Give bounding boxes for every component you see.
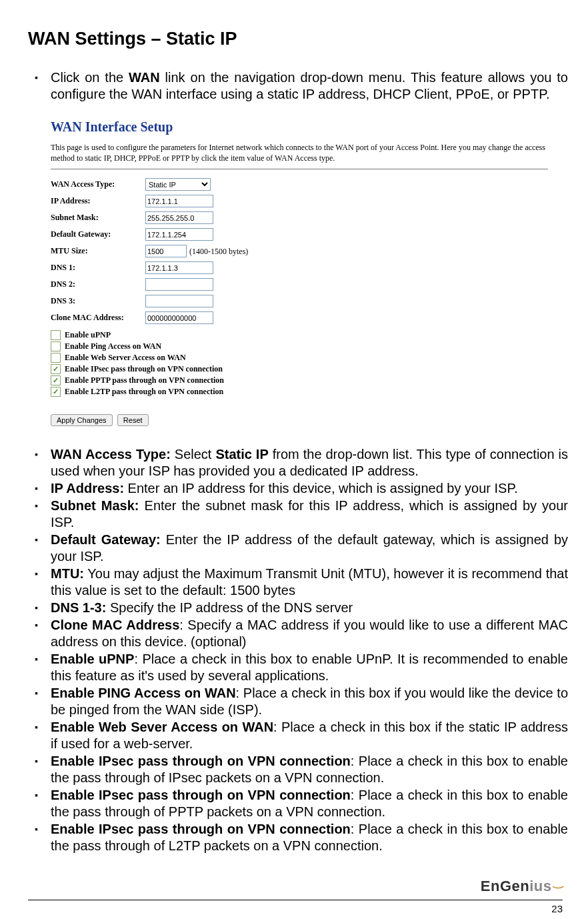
desc-item-pptp: Enable IPsec pass through on VPN connect… — [51, 787, 568, 820]
cbx-pptp-label: Enable PPTP pass through on VPN connecti… — [65, 375, 224, 385]
logo-b: ius — [529, 878, 551, 894]
desc-b: MTU: — [51, 566, 84, 581]
cbx-l2tp[interactable] — [51, 387, 61, 397]
desc-item-ipsec: Enable IPsec pass through on VPN connect… — [51, 753, 568, 786]
scr-title: WAN Interface Setup — [51, 119, 548, 135]
cbx-upnp-row: Enable uPNP — [51, 330, 548, 340]
desc-item-clone: Clone MAC Address: Specify a MAC address… — [51, 617, 568, 650]
desc-b: Enable IPsec pass through on VPN connect… — [51, 754, 351, 768]
desc-item-l2tp: Enable IPsec pass through on VPN connect… — [51, 821, 568, 854]
intro-link: WAN — [129, 70, 160, 85]
cbx-upnp-label: Enable uPNP — [65, 330, 111, 340]
page-title: WAN Settings – Static IP — [28, 28, 568, 51]
desc-b: WAN Access Type: — [51, 447, 171, 462]
desc-b: Enable PING Access on WAN — [51, 686, 236, 700]
desc-t: You may adjust the Maximum Transmit Unit… — [51, 566, 568, 598]
cbx-ping-label: Enable Ping Access on WAN — [65, 341, 161, 351]
cbx-web-label: Enable Web Server Access on WAN — [65, 353, 186, 363]
cbx-ipsec-row: Enable IPsec pass through on VPN connect… — [51, 364, 548, 374]
clone-mac-input[interactable] — [145, 311, 213, 324]
reset-button[interactable]: Reset — [117, 414, 149, 426]
footer-divider — [28, 900, 563, 900]
desc-list: WAN Access Type: Select Static IP from t… — [28, 446, 568, 854]
cbx-upnp[interactable] — [51, 330, 61, 340]
desc-item-mtu: MTU: You may adjust the Maximum Transmit… — [51, 566, 568, 599]
desc-item-upnp: Enable uPNP: Place a check in this box t… — [51, 651, 568, 684]
desc-b: Clone MAC Address — [51, 618, 179, 632]
desc-item-ping: Enable PING Access on WAN: Place a check… — [51, 685, 568, 718]
label-clone: Clone MAC Address: — [51, 309, 145, 326]
cbx-pptp-row: Enable PPTP pass through on VPN connecti… — [51, 375, 548, 385]
button-group: Apply Changes Reset — [51, 414, 548, 426]
wan-setup-screenshot: WAN Interface Setup This page is used to… — [51, 119, 548, 426]
cbx-pptp[interactable] — [51, 375, 61, 385]
label-dns2: DNS 2: — [51, 276, 145, 293]
subnet-input[interactable] — [145, 211, 213, 224]
wan-access-select[interactable]: Static IP — [145, 178, 211, 191]
desc-item-web: Enable Web Sever Access on WAN: Place a … — [51, 719, 568, 752]
scr-desc: This page is used to configure the param… — [51, 142, 548, 167]
mtu-hint: (1400-1500 bytes) — [187, 247, 248, 256]
desc-item-ip: IP Address: Enter an IP address for this… — [51, 480, 568, 497]
label-access: WAN Access Type: — [51, 176, 145, 193]
cbx-ping[interactable] — [51, 341, 61, 351]
label-subnet: Subnet Mask: — [51, 209, 145, 226]
desc-t: Enter an IP address for this device, whi… — [124, 481, 518, 496]
scr-divider — [51, 169, 548, 169]
desc-b: Default Gateway: — [51, 532, 161, 547]
desc-b2: Static IP — [215, 447, 268, 462]
desc-b: DNS 1-3: — [51, 600, 106, 615]
desc-item-access: WAN Access Type: Select Static IP from t… — [51, 446, 568, 480]
cbx-l2tp-row: Enable L2TP pass through on VPN connecti… — [51, 387, 548, 397]
label-dns3: DNS 3: — [51, 293, 145, 309]
dns3-input[interactable] — [145, 295, 213, 307]
desc-b: Enable IPsec pass through on VPN connect… — [51, 822, 351, 836]
logo-a: EnGen — [481, 878, 529, 894]
desc-b: Enable uPNP — [51, 652, 134, 666]
desc-b: IP Address: — [51, 481, 124, 496]
dns1-input[interactable] — [145, 261, 213, 274]
cbx-ipsec[interactable] — [51, 364, 61, 374]
label-ip: IP Address: — [51, 193, 145, 209]
wan-form: WAN Access Type: Static IP IP Address: S… — [51, 176, 251, 326]
dns2-input[interactable] — [145, 278, 213, 291]
footer: EnGenius‿ 23 — [28, 874, 568, 916]
desc-b: Enable IPsec pass through on VPN connect… — [51, 788, 351, 802]
apply-button[interactable]: Apply Changes — [51, 414, 113, 426]
label-mtu: MTU Size: — [51, 243, 145, 259]
label-gateway: Default Gateway: — [51, 226, 145, 243]
cbx-web-row: Enable Web Server Access on WAN — [51, 353, 548, 363]
desc-b: Subnet Mask: — [51, 498, 139, 513]
logo: EnGenius‿ — [481, 874, 563, 896]
label-dns1: DNS 1: — [51, 259, 145, 276]
mtu-input[interactable] — [145, 245, 187, 257]
logo-icon: ‿ — [553, 875, 563, 888]
page-number: 23 — [28, 903, 563, 916]
intro-item: Click on the WAN link on the navigation … — [51, 69, 568, 103]
intro-list: Click on the WAN link on the navigation … — [28, 69, 568, 103]
desc-t: Specify the IP address of the DNS server — [106, 600, 353, 615]
ip-input[interactable] — [145, 195, 213, 207]
cbx-ping-row: Enable Ping Access on WAN — [51, 341, 548, 351]
gateway-input[interactable] — [145, 228, 213, 241]
desc-b: Enable Web Sever Access on WAN — [51, 720, 273, 734]
cbx-l2tp-label: Enable L2TP pass through on VPN connecti… — [65, 387, 223, 397]
cbx-web[interactable] — [51, 353, 61, 363]
cbx-ipsec-label: Enable IPsec pass through on VPN connect… — [65, 364, 223, 374]
desc-item-subnet: Subnet Mask: Enter the subnet mask for t… — [51, 498, 568, 531]
desc-t: Select — [171, 447, 216, 462]
desc-item-gateway: Default Gateway: Enter the IP address of… — [51, 532, 568, 565]
desc-item-dns: DNS 1-3: Specify the IP address of the D… — [51, 600, 568, 616]
intro-pre: Click on the — [51, 70, 129, 85]
